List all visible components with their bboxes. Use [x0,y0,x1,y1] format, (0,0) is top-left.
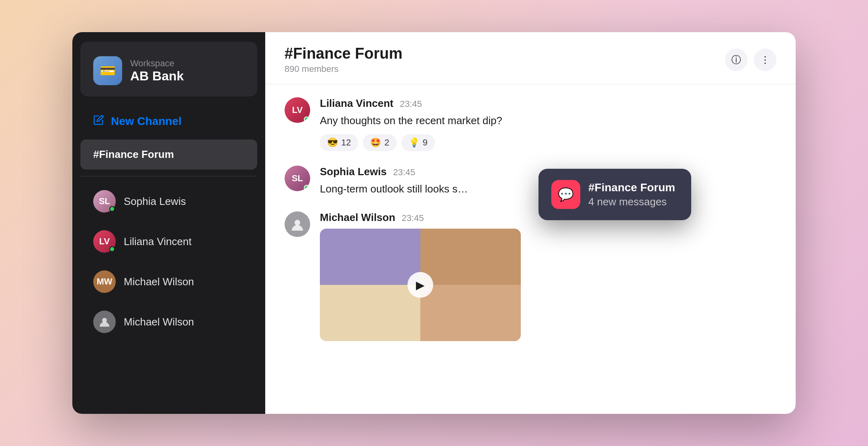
message-header: Liliana Vincent 23:45 [320,97,502,110]
dm-name-michael-1: Michael Wilson [124,276,194,288]
message-content: Liliana Vincent 23:45 Any thoughts on th… [320,97,502,151]
message-time: 23:45 [402,213,424,223]
avatar-liliana-msg: LV [285,97,310,123]
reaction-count: 9 [423,137,428,148]
more-button[interactable]: ⋮ [754,49,776,71]
sidebar-item-sophia-lewis[interactable]: SL Sophia Lewis [80,182,257,221]
chat-title: #Finance Forum [285,45,403,62]
notification-message: 4 new messages [588,196,675,208]
new-channel-button[interactable]: New Channel [80,104,257,138]
sidebar-item-finance-forum[interactable]: #Finance Forum [80,139,257,170]
workspace-avatar: 💳 [93,56,122,85]
message-content: Sophia Lewis 23:45 Long-term outlook sti… [320,166,468,197]
message-row: LV Liliana Vincent 23:45 Any thoughts on… [285,97,776,151]
sidebar: 💳 Workspace AB Bank New Channel #Fi [72,32,265,414]
message-author: Liliana Vincent [320,97,393,110]
dm-name-michael-2: Michael Wilson [124,316,194,328]
notification-icon: 💬 [551,180,580,209]
online-indicator [109,246,115,252]
online-dot [304,117,309,122]
reaction-emoji: 😎 [327,137,338,148]
avatar: SL [93,190,116,213]
video-block [320,229,420,285]
message-time: 23:45 [400,99,422,109]
chat-members: 890 members [285,64,403,74]
video-block [420,285,521,341]
message-text: Long-term outlook still looks s… [320,181,468,197]
reaction-2[interactable]: 🤩 2 [363,134,396,151]
message-header: Sophia Lewis 23:45 [320,166,468,178]
info-icon: ⓘ [731,53,741,66]
messages-area: LV Liliana Vincent 23:45 Any thoughts on… [265,84,796,414]
more-icon: ⋮ [760,54,770,65]
avatar-michael-msg [285,211,310,237]
video-block [320,285,420,341]
message-author: Sophia Lewis [320,166,387,178]
header-actions: ⓘ ⋮ [725,49,776,71]
chat-title-wrap: #Finance Forum 890 members [285,45,403,74]
workspace-header[interactable]: 💳 Workspace AB Bank [80,42,257,96]
new-channel-icon [93,114,104,128]
message-row: Michael Wilson 23:45 ▶ [285,211,776,341]
online-dot [304,185,309,190]
reaction-3[interactable]: 💡 9 [401,134,435,151]
avatar-michael-2 [93,311,116,333]
avatar: MW [93,270,116,293]
workspace-label: Workspace [130,58,184,69]
reaction-emoji: 💡 [409,137,420,148]
sidebar-divider [80,176,257,176]
notification-content: #Finance Forum 4 new messages [588,181,675,208]
notification-channel: #Finance Forum [588,181,675,194]
workspace-name: AB Bank [130,69,184,84]
svg-point-1 [295,220,300,225]
sidebar-item-michael-wilson-2[interactable]: Michael Wilson [80,303,257,341]
info-button[interactable]: ⓘ [725,49,747,71]
chat-header: #Finance Forum 890 members ⓘ ⋮ [265,32,796,84]
play-button[interactable]: ▶ [407,272,433,298]
video-thumbnail[interactable]: ▶ [320,229,521,341]
message-header: Michael Wilson 23:45 [320,211,521,224]
notification-popup: 💬 #Finance Forum 4 new messages [538,169,691,220]
channel-name: #Finance Forum [93,148,174,161]
avatar [93,311,116,333]
reactions: 😎 12 🤩 2 💡 9 [320,134,502,151]
reaction-count: 2 [384,137,389,148]
sidebar-item-michael-wilson-1[interactable]: MW Michael Wilson [80,262,257,301]
message-time: 23:45 [393,167,415,178]
video-block [420,229,521,285]
main-content: #Finance Forum 890 members ⓘ ⋮ [265,32,796,414]
message-text: Any thoughts on the recent market dip? [320,113,502,129]
dm-name-liliana: Liliana Vincent [124,235,192,248]
message-author: Michael Wilson [320,211,395,224]
sidebar-item-liliana-vincent[interactable]: LV Liliana Vincent [80,222,257,261]
new-channel-label: New Channel [111,115,182,128]
message-row: SL Sophia Lewis 23:45 Long-term outlook … [285,166,776,197]
message-content: Michael Wilson 23:45 ▶ [320,211,521,341]
reaction-1[interactable]: 😎 12 [320,134,358,151]
reaction-count: 12 [341,137,351,148]
online-indicator [109,206,115,212]
avatar-sophia-msg: SL [285,166,310,191]
workspace-info: Workspace AB Bank [130,58,184,84]
dm-name-sophia: Sophia Lewis [124,195,186,208]
reaction-emoji: 🤩 [370,137,381,148]
avatar: LV [93,230,116,253]
avatar-michael-1: MW [93,270,116,293]
